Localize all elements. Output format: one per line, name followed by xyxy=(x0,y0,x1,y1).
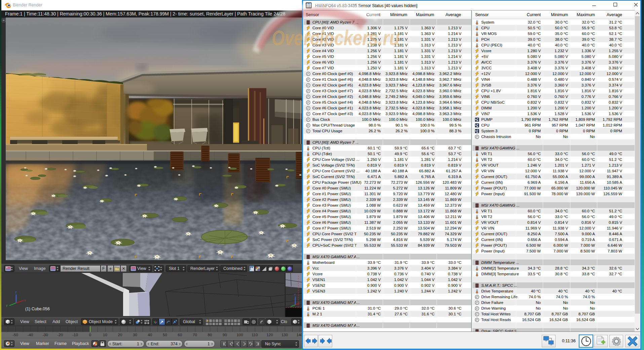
svg-text:y: y xyxy=(6,304,8,307)
svg-text:(1) Cube.056: (1) Cube.056 xyxy=(25,307,50,311)
svg-text:x: x xyxy=(24,299,26,302)
svg-text:z: z xyxy=(294,293,296,296)
svg-text:z: z xyxy=(15,290,17,294)
